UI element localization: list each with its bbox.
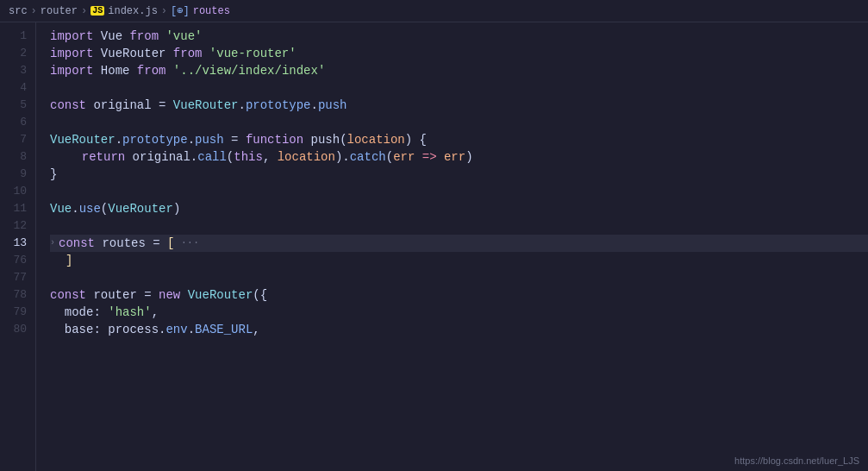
- code-line-8: return original.call(this, location).cat…: [50, 148, 868, 166]
- code-line-3: import Home from '../view/index/index': [50, 62, 868, 79]
- line-num-8: 8: [0, 148, 35, 166]
- watermark: https://blog.csdn.net/luer_LJS: [734, 455, 859, 466]
- code-line-2: import VueRouter from 'vue-router': [50, 45, 868, 62]
- breadcrumb-file: index.js: [108, 5, 158, 17]
- code-line-6: [50, 114, 868, 131]
- line-num-9: 9: [0, 166, 35, 183]
- code-line-9: }: [50, 166, 868, 183]
- code-line-77: [50, 269, 868, 286]
- js-icon: JS: [91, 6, 104, 16]
- breadcrumb-src: src: [9, 5, 28, 17]
- code-line-80: base: process.env.BASE_URL,: [50, 321, 868, 338]
- breadcrumb-sep1: ›: [31, 5, 37, 17]
- code-line-1: import Vue from 'vue': [50, 28, 868, 45]
- code-line-12: [50, 217, 868, 235]
- line-num-77: 77: [0, 269, 35, 286]
- code-line-13: ›const routes = [ ···: [50, 235, 868, 252]
- breadcrumb-routes: routes: [193, 5, 230, 17]
- line-num-2: 2: [0, 45, 35, 62]
- line-num-13: 13: [0, 235, 35, 252]
- line-num-76: 76: [0, 252, 35, 269]
- line-num-79: 79: [0, 304, 35, 321]
- breadcrumb-router: router: [41, 5, 78, 17]
- code-line-10: [50, 183, 868, 200]
- code-area: import Vue from 'vue' import VueRouter f…: [36, 22, 868, 471]
- line-num-3: 3: [0, 62, 35, 79]
- line-num-1: 1: [0, 28, 35, 45]
- code-line-76: ]: [50, 252, 868, 269]
- line-num-78: 78: [0, 286, 35, 304]
- breadcrumb-sep2: ›: [81, 5, 87, 17]
- code-line-79: mode: 'hash',: [50, 304, 868, 321]
- line-num-11: 11: [0, 200, 35, 217]
- routes-icon: [⊕]: [171, 4, 190, 17]
- code-line-5: const original = VueRouter.prototype.pus…: [50, 97, 868, 114]
- breadcrumb-bar: src › router › JS index.js › [⊕] routes: [0, 0, 868, 22]
- code-line-7: VueRouter.prototype.push = function push…: [50, 131, 868, 148]
- line-num-12: 12: [0, 217, 35, 235]
- line-num-80: 80: [0, 321, 35, 338]
- line-num-4: 4: [0, 79, 35, 97]
- breadcrumb-sep3: ›: [161, 5, 167, 17]
- line-num-10: 10: [0, 183, 35, 200]
- line-num-7: 7: [0, 131, 35, 148]
- line-num-6: 6: [0, 114, 35, 131]
- line-numbers: 1 2 3 4 5 6 7 8 9 10 11 12 13 76 77 78 7…: [0, 22, 36, 471]
- code-line-4: [50, 79, 868, 97]
- code-line-11: Vue.use(VueRouter): [50, 200, 868, 217]
- line-num-5: 5: [0, 97, 35, 114]
- editor: 1 2 3 4 5 6 7 8 9 10 11 12 13 76 77 78 7…: [0, 22, 868, 471]
- code-line-78: const router = new VueRouter({: [50, 286, 868, 304]
